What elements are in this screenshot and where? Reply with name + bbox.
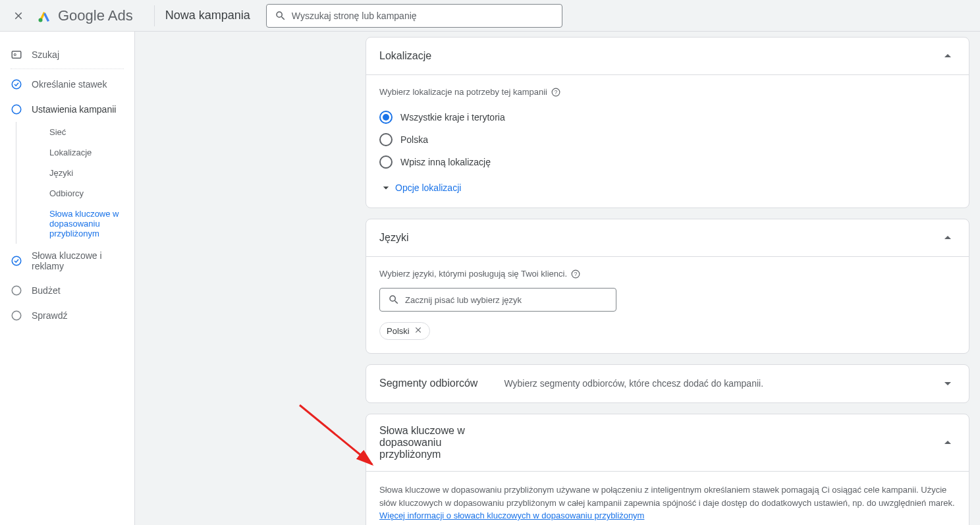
sidebar-label: Budżet — [32, 285, 61, 296]
svg-text:?: ? — [574, 271, 578, 277]
radio-empty-icon — [379, 133, 393, 146]
card-title: Języki — [379, 232, 408, 244]
audience-card: Segmenty odbiorców Wybierz segmenty odbi… — [366, 364, 969, 403]
broadmatch-header[interactable]: Słowa kluczowe w dopasowaniu przybliżony… — [366, 414, 969, 472]
search-icon — [388, 294, 400, 306]
location-options-expand[interactable]: Opcje lokalizacji — [379, 181, 956, 194]
svg-point-7 — [12, 311, 21, 320]
svg-text:?: ? — [555, 89, 558, 95]
circle-pending-icon — [11, 285, 22, 296]
sidebar-label: Słowa kluczowe i reklamy — [32, 250, 124, 271]
sidebar-label: Szukaj — [32, 49, 59, 60]
page-title: Nowa kampania — [165, 9, 250, 22]
circle-current-icon — [11, 103, 22, 115]
language-chip-polski[interactable]: Polski — [379, 322, 430, 340]
svg-point-2 — [14, 54, 16, 56]
svg-point-6 — [12, 286, 21, 295]
sidebar-item-budget[interactable]: Budżet — [0, 278, 134, 303]
sidebar-item-review[interactable]: Sprawdź — [0, 303, 134, 328]
search-icon — [275, 10, 286, 22]
search-bar[interactable] — [266, 4, 562, 28]
circle-pending-icon — [11, 310, 22, 321]
sidebar-item-campaign-settings[interactable]: Ustawienia kampanii — [0, 97, 134, 122]
svg-point-0 — [39, 18, 43, 22]
ads-logo-icon — [37, 8, 53, 24]
close-button[interactable] — [11, 8, 26, 24]
google-ads-logo: Google Ads — [37, 7, 133, 24]
chevron-down-icon — [940, 375, 956, 391]
card-title: Słowa kluczowe w dopasowaniu przybliżony… — [379, 425, 472, 460]
help-icon[interactable]: ? — [571, 269, 580, 279]
search-step-icon — [11, 49, 22, 61]
broadmatch-description: Słowa kluczowe w dopasowaniu przybliżony… — [379, 484, 956, 522]
sidebar-sub-languages[interactable]: Języki — [16, 163, 134, 183]
sidebar-sub-audience[interactable]: Odbiorcy — [16, 183, 134, 204]
broadmatch-card: Słowa kluczowe w dopasowaniu przybliżony… — [366, 414, 969, 525]
chevron-up-icon — [940, 435, 956, 451]
sidebar-label: Określanie stawek — [32, 79, 107, 90]
close-icon — [13, 10, 24, 22]
language-input[interactable] — [405, 295, 608, 305]
header-divider — [154, 5, 155, 26]
main-content: Lokalizacje Wybierz lokalizacje na potrz… — [135, 32, 980, 525]
sidebar-label: Ustawienia kampanii — [32, 104, 116, 115]
card-title: Lokalizacje — [379, 50, 431, 62]
svg-point-3 — [12, 80, 21, 89]
svg-point-5 — [12, 256, 21, 265]
locations-card: Lokalizacje Wybierz lokalizacje na potrz… — [366, 37, 969, 208]
location-option-custom[interactable]: Wpisz inną lokalizację — [379, 151, 956, 173]
languages-header[interactable]: Języki — [366, 219, 969, 257]
card-title: Segmenty odbiorców — [379, 377, 477, 389]
logo-text: Google Ads — [58, 7, 133, 24]
languages-card: Języki Wybierz języki, którymi posługują… — [366, 219, 969, 354]
sidebar-sub-network[interactable]: Sieć — [16, 122, 134, 142]
app-header: Google Ads Nowa kampania — [0, 0, 980, 32]
audience-header[interactable]: Segmenty odbiorców Wybierz segmenty odbi… — [366, 365, 969, 402]
sidebar-sub-broadmatch[interactable]: Słowa kluczowe w dopasowaniu przybliżony… — [16, 204, 134, 244]
check-circle-icon — [11, 255, 22, 267]
help-icon[interactable]: ? — [551, 88, 560, 97]
search-input[interactable] — [292, 11, 554, 21]
language-search-field[interactable] — [379, 288, 616, 312]
chevron-up-icon — [940, 48, 956, 64]
svg-point-4 — [12, 105, 21, 114]
locations-header[interactable]: Lokalizacje — [366, 38, 969, 75]
chip-close-icon[interactable] — [414, 325, 423, 337]
location-option-all[interactable]: Wszystkie kraje i terytoria — [379, 106, 956, 128]
chevron-up-icon — [940, 230, 956, 246]
sidebar-nav: Szukaj Określanie stawek Ustawienia kamp… — [0, 32, 135, 525]
sidebar-item-keywords-ads[interactable]: Słowa kluczowe i reklamy — [0, 244, 134, 278]
broadmatch-learn-more-link[interactable]: Więcej informacji o słowach kluczowych w… — [379, 511, 644, 520]
svg-rect-1 — [12, 51, 21, 59]
card-subtitle: Wybierz segmenty odbiorców, które chcesz… — [504, 378, 940, 389]
languages-label: Wybierz języki, którymi posługują się Tw… — [379, 269, 956, 279]
location-option-poland[interactable]: Polska — [379, 128, 956, 151]
sidebar-sub-locations[interactable]: Lokalizacje — [16, 142, 134, 163]
sidebar-item-search[interactable]: Szukaj — [0, 42, 134, 67]
radio-selected-icon — [379, 111, 393, 124]
sidebar-item-bidding[interactable]: Określanie stawek — [0, 72, 134, 97]
locations-label: Wybierz lokalizacje na potrzeby tej kamp… — [379, 87, 956, 97]
chevron-down-icon — [379, 181, 393, 194]
radio-empty-icon — [379, 155, 393, 169]
sidebar-label: Sprawdź — [32, 310, 67, 321]
check-circle-icon — [11, 78, 22, 90]
